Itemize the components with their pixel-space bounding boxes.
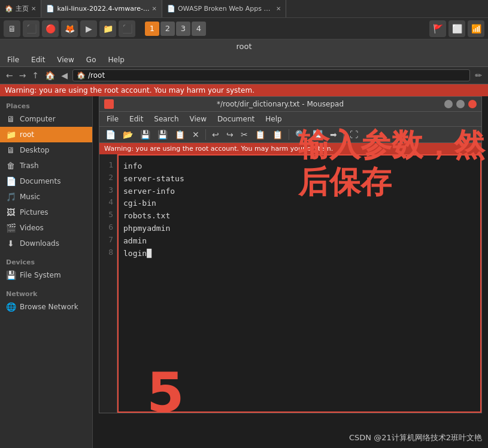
maximize-button[interactable] [456, 100, 465, 108]
sidebar-item-pictures[interactable]: 🖼 Pictures [0, 205, 92, 220]
fm-menu-go[interactable]: Go [84, 54, 99, 65]
toolbar-btn-apps[interactable]: ⬛ [119, 20, 135, 37]
fm-path-bar[interactable]: 🏠 /root [72, 69, 470, 81]
taskbar: 🏠 主页 ✕ 📄 kali-linux-2022.4-vmware-... ✕ … [0, 0, 488, 18]
network-icon: 🌐 [6, 302, 16, 312]
mp-cut-btn[interactable]: ✂ [238, 129, 250, 141]
tab-home[interactable]: 🏠 主页 ✕ [0, 0, 41, 17]
sidebar-item-music[interactable]: 🎵 Music [0, 189, 92, 205]
workspace-4[interactable]: 4 [192, 22, 206, 36]
mp-new-btn[interactable]: 📄 [103, 129, 118, 141]
videos-icon: 🎬 [6, 223, 16, 233]
toolbar-sep-2 [289, 129, 289, 140]
pictures-icon: 🖼 [6, 208, 16, 217]
mp-save-template-btn[interactable]: 💾 [138, 129, 153, 141]
workspace-3[interactable]: 3 [176, 22, 190, 36]
places-section: Places 🖥 Computer 📁 root 🖥 Desktop 🗑 Tra… [0, 96, 92, 252]
mousepad-title: */root/dir_dictionary.txt - Mousepad [116, 100, 444, 108]
tab-owasp[interactable]: 📄 OWASP Broken Web Apps VM... ✕ [162, 0, 286, 17]
toolbar-btn-square[interactable]: ⬛ [23, 20, 40, 37]
line-num-1: 1 [103, 159, 113, 172]
fm-back-btn[interactable]: ← [5, 69, 14, 81]
places-title: Places [0, 100, 92, 111]
fm-forward-btn[interactable]: → [18, 69, 28, 81]
mousepad-menubar: File Edit Search View Document Help [99, 112, 481, 127]
toolbar-btn-files[interactable]: 📁 [99, 20, 116, 37]
owasp-tab-icon: 📄 [167, 5, 175, 13]
mousepad-titlebar: */root/dir_dictionary.txt - Mousepad [99, 97, 481, 112]
code-line-6: phpmyadmin [123, 223, 475, 235]
music-icon: 🎵 [6, 192, 16, 202]
mp-menu-document[interactable]: Document [215, 114, 257, 124]
toolbar-btn-monitor[interactable]: 🖥 [4, 20, 20, 37]
fm-edit-path-btn[interactable]: ✏ [474, 69, 483, 81]
fm-up-btn[interactable]: ↑ [31, 69, 40, 81]
mp-menu-view[interactable]: View [187, 114, 209, 124]
fm-menu-file[interactable]: File [5, 54, 22, 65]
step-number-overlay: 5 [147, 361, 184, 424]
mp-revert-btn[interactable]: 📋 [172, 129, 187, 141]
fm-menu-edit[interactable]: Edit [29, 54, 47, 65]
minimize-button[interactable] [444, 100, 453, 108]
network-section: Network 🌐 Browse Network [0, 284, 92, 316]
line-num-5: 5 [103, 209, 113, 221]
close-button[interactable] [468, 100, 477, 108]
sidebar-item-videos[interactable]: 🎬 Videos [0, 220, 92, 236]
sidebar-item-trash[interactable]: 🗑 Trash [0, 158, 92, 173]
root-folder-icon: 📁 [6, 130, 16, 139]
toolbar-btn-firefox[interactable]: 🦊 [61, 20, 78, 37]
code-line-8: login█ [123, 248, 475, 260]
mp-undo-btn[interactable]: ↩ [210, 129, 222, 141]
tab-close-home[interactable]: ✕ [31, 5, 36, 12]
mp-open-btn[interactable]: 📂 [120, 129, 135, 141]
filemanager: root File Edit View Go Help ← → ↑ 🏠 ◀ 🏠 … [0, 39, 488, 448]
fm-menu-view[interactable]: View [54, 54, 76, 65]
sidebar-item-root[interactable]: 📁 root [0, 127, 92, 142]
line-num-2: 2 [103, 172, 113, 184]
toolbar-btn-network[interactable]: 📶 [468, 20, 484, 37]
line-num-7: 7 [103, 234, 113, 246]
workspace-2[interactable]: 2 [160, 22, 175, 36]
fm-menubar: File Edit View Go Help [0, 53, 488, 67]
computer-icon: 🖥 [6, 114, 16, 124]
desktop-icon: 🖥 [6, 145, 16, 155]
fm-body: Places 🖥 Computer 📁 root 🖥 Desktop 🗑 Tra… [0, 96, 488, 448]
line-num-6: 6 [103, 221, 113, 234]
workspace-nums: 1 2 3 4 [145, 22, 206, 36]
line-numbers: 1 2 3 4 5 6 7 8 [99, 154, 117, 413]
tab-close-kali[interactable]: ✕ [152, 5, 157, 12]
mp-menu-edit[interactable]: Edit [127, 114, 146, 124]
fm-menu-help[interactable]: Help [105, 54, 126, 65]
fm-titlebar: root [0, 39, 488, 53]
sidebar-item-browse-network[interactable]: 🌐 Browse Network [0, 299, 92, 315]
mp-menu-file[interactable]: File [104, 114, 121, 124]
fm-main-area: */root/dir_dictionary.txt - Mousepad Fil… [93, 96, 488, 448]
mp-paste-btn[interactable]: 📋 [270, 129, 285, 141]
mp-close-btn[interactable]: ✕ [190, 129, 202, 141]
home-icon: 🏠 [5, 5, 13, 13]
mp-save-btn[interactable]: 💾 [155, 129, 170, 141]
mp-copy-btn[interactable]: 📋 [253, 129, 268, 141]
workspace-1[interactable]: 1 [145, 22, 159, 36]
tab-close-owasp[interactable]: ✕ [276, 5, 281, 12]
mp-redo-btn[interactable]: ↪ [224, 129, 236, 141]
fm-pathbar: ← → ↑ 🏠 ◀ 🏠 /root ✏ [0, 67, 488, 84]
toolbar-btn-red[interactable]: 🔴 [42, 20, 59, 37]
sidebar-item-filesystem[interactable]: 💾 File System [0, 267, 92, 283]
tab-kali[interactable]: 📄 kali-linux-2022.4-vmware-... ✕ [41, 0, 162, 17]
mp-menu-search[interactable]: Search [151, 114, 181, 124]
sidebar-item-computer[interactable]: 🖥 Computer [0, 111, 92, 127]
app-toolbar: 🖥 ⬛ 🔴 🦊 ▶ 📁 ⬛ 1 2 3 4 🚩 ⬜ 📶 [0, 18, 488, 39]
csdn-credit: CSDN @21计算机网络技术2班叶文艳 [349, 432, 482, 443]
toolbar-btn-window[interactable]: ⬜ [448, 20, 465, 37]
toolbar-btn-flag[interactable]: 🚩 [429, 20, 446, 37]
fm-toggle-btn[interactable]: ◀ [60, 69, 69, 81]
network-title: Network [0, 288, 92, 299]
code-line-5: robots.txt [123, 210, 475, 223]
fm-home-btn[interactable]: 🏠 [44, 69, 56, 81]
sidebar-item-downloads[interactable]: ⬇ Downloads [0, 236, 92, 251]
sidebar-item-documents[interactable]: 📄 Documents [0, 173, 92, 189]
sidebar-item-desktop[interactable]: 🖥 Desktop [0, 142, 92, 158]
toolbar-btn-terminal[interactable]: ▶ [80, 20, 97, 37]
mp-menu-help[interactable]: Help [263, 114, 284, 124]
